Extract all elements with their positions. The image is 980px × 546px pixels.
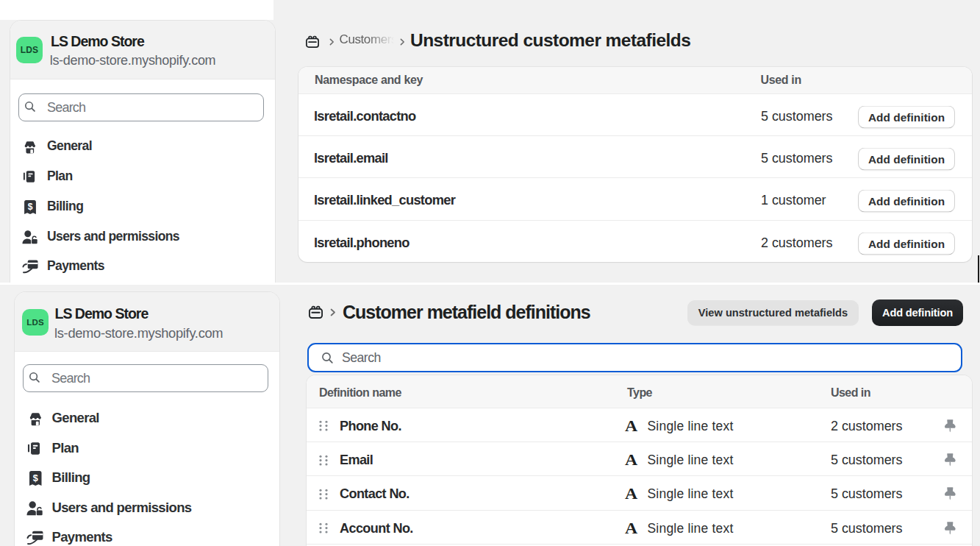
svg-text:$: $ — [33, 473, 38, 483]
svg-text:$: $ — [28, 202, 33, 212]
